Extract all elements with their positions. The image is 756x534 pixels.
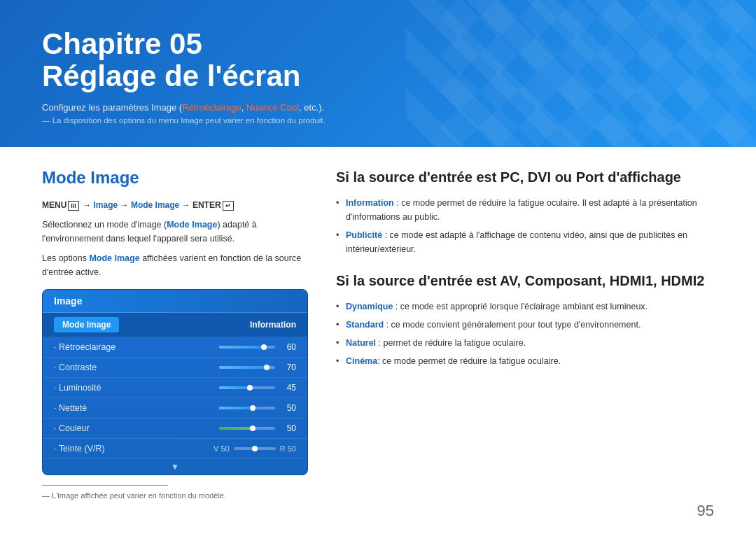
right-heading-2: Si la source d'entrée est AV, Composant,…: [336, 272, 714, 290]
page-number: 95: [697, 502, 714, 520]
header-banner: Chapitre 05 Réglage de l'écran Configure…: [0, 0, 756, 147]
bullet-item: Naturel : permet de réduire la fatigue o…: [336, 336, 714, 350]
tv-row-luminosite: · Luminosité 45: [43, 378, 307, 398]
header-note: La disposition des options du menu Image…: [42, 116, 714, 125]
tv-tab-info: Information: [250, 320, 296, 330]
right-column: Si la source d'entrée est PC, DVI ou Por…: [336, 168, 714, 478]
bullet-item: Dynamique : ce mode est approprié lorsqu…: [336, 300, 714, 314]
description-1: Sélectionnez un mode d'image (Mode Image…: [42, 218, 308, 246]
tv-row-contraste: · Contraste 70: [43, 358, 307, 378]
header-title: Chapitre 05 Réglage de l'écran: [42, 28, 714, 92]
bullet-item: Standard : ce mode convient généralement…: [336, 318, 714, 332]
tv-tab-mode-image: Mode Image: [54, 317, 119, 332]
tv-screen: Image Mode Image Information · Rétroécla…: [42, 289, 308, 475]
separator-line: [42, 485, 168, 486]
tv-tabs-row: Mode Image Information: [43, 313, 307, 337]
tv-row-couleur: · Couleur 50: [43, 419, 307, 439]
tv-row-teinte: · Teinte (V/R) V 50 R 50: [43, 439, 307, 459]
footer-note-left: L'image affichée peut varier en fonction…: [42, 491, 308, 500]
bullet-item: Publicité : ce mode est adapté à l'affic…: [336, 228, 714, 256]
header-subtitle: Configurez les paramètres Image (Rétroéc…: [42, 102, 714, 113]
left-footer: L'image affichée peut varier en fonction…: [42, 485, 308, 500]
section-title-left: Mode Image: [42, 168, 308, 188]
menu-path: MENUIII → Image → Mode Image → ENTER↵: [42, 200, 308, 211]
tv-arrow-down: ▼: [43, 459, 307, 475]
main-content: Mode Image MENUIII → Image → Mode Image …: [0, 147, 756, 492]
left-column: Mode Image MENUIII → Image → Mode Image …: [42, 168, 308, 478]
bullet-item: Information : ce mode permet de réduire …: [336, 196, 714, 224]
tv-row-retroeclairage: · Rétroéclairage 60: [43, 337, 307, 358]
bullet-list-1: Information : ce mode permet de réduire …: [336, 196, 714, 256]
description-2: Les options Mode Image affichées varient…: [42, 251, 308, 279]
bullet-list-2: Dynamique : ce mode est approprié lorsqu…: [336, 300, 714, 368]
right-heading-1: Si la source d'entrée est PC, DVI ou Por…: [336, 168, 714, 186]
tv-row-nettete: · Netteté 50: [43, 398, 307, 419]
tv-header: Image: [43, 290, 307, 313]
bullet-item: Cinéma: ce mode permet de réduire la fat…: [336, 354, 714, 368]
